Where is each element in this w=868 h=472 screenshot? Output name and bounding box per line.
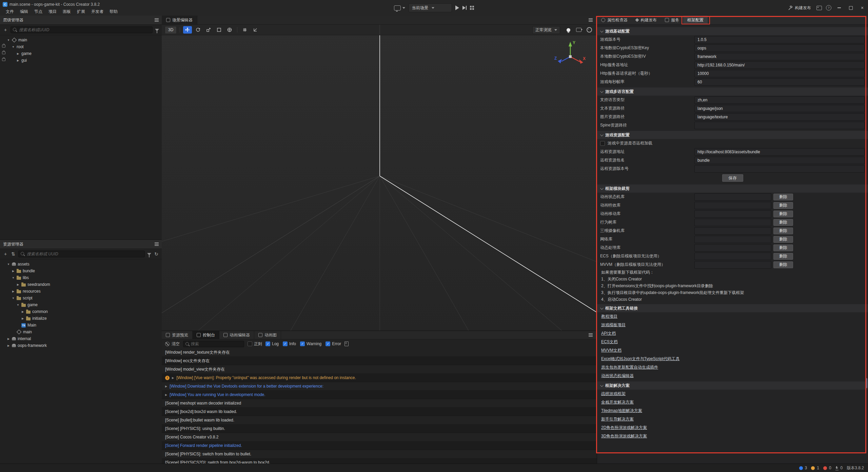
lock-icon[interactable] [2,52,5,54]
menu-item[interactable]: 文件 [3,8,17,15]
console-tab[interactable]: 控制台 [193,331,219,339]
maximize-button[interactable] [845,0,856,16]
delete-module-button[interactable]: 删除 [773,228,793,234]
menu-item[interactable]: 帮助 [106,8,121,15]
snap-position-button[interactable] [240,26,249,34]
expand-arrow-icon[interactable] [7,337,10,340]
module-input[interactable] [694,193,771,201]
solution-link[interactable]: 3D角色扮演游戏解决方案 [601,432,647,440]
delete-module-button[interactable]: 删除 [773,253,793,260]
console-message[interactable]: ! ▶ [Scene] [PHYSICS]: using builtin. [162,425,597,433]
module-input[interactable] [694,261,771,269]
tree-node[interactable]: assets [0,261,162,268]
property-input[interactable] [694,122,865,129]
property-input[interactable] [694,165,865,173]
expand-arrow-icon[interactable]: ▶ [165,393,167,396]
menu-item[interactable]: 面板 [60,8,74,15]
tree-node[interactable]: common [0,308,162,315]
doc-link[interactable]: MVVM文档 [601,346,622,355]
console-message[interactable]: ! ▶ [Window] render_texture文件夹存在 [162,348,597,357]
expand-arrow-icon[interactable] [12,45,15,48]
section-module-trim[interactable]: 框架模块裁剪 [597,184,868,193]
property-input[interactable] [694,61,865,69]
scale-tool-button[interactable] [204,26,213,34]
step-button[interactable] [462,6,467,10]
preview-image-button[interactable] [814,3,824,13]
console-message[interactable]: ! ▶ [Window] Download the Vue Devtools e… [162,382,597,391]
solution-link[interactable]: 2D角色扮演游戏解决方案 [601,424,647,432]
log-level-checkbox[interactable]: Info [283,341,296,346]
expand-arrow-icon[interactable] [12,297,15,300]
panel-menu-icon[interactable] [155,244,159,244]
add-node-button[interactable]: + [3,27,8,33]
panel-menu-icon[interactable] [589,335,593,335]
hierarchy-search-input[interactable] [11,26,153,33]
tree-node[interactable]: main [0,329,162,335]
inspector-tab[interactable]: 属性检查器 [597,16,632,24]
console-message[interactable]: ! ▶ [Scene] [box2d]:box2d wasm lib loade… [162,408,597,416]
scrollbar-thumb[interactable] [865,378,867,388]
delete-module-button[interactable]: 删除 [773,202,793,209]
layout-grid-icon[interactable] [470,6,474,10]
property-input[interactable] [694,105,865,112]
inspector-tab[interactable]: 构建发布 [632,16,661,24]
console-message[interactable]: ! ▶ [Scene] [PHYSICS2D]: switch from box… [162,458,597,464]
console-message[interactable]: ! ▶ [Window] model_view文件夹存在 [162,365,597,374]
expand-arrow-icon[interactable]: ▶ [172,376,174,379]
filter-icon[interactable] [155,29,159,31]
property-input[interactable] [694,113,865,121]
module-input[interactable] [694,219,771,226]
console-tab[interactable]: 动画图 [254,331,281,339]
help-button[interactable]: ? [824,3,833,13]
expand-arrow-icon[interactable] [16,283,20,286]
lock-icon[interactable] [2,45,5,47]
delete-module-button[interactable]: 删除 [773,236,793,243]
tree-node[interactable]: bundle [0,268,162,274]
tree-node[interactable]: root [0,43,162,50]
delete-module-button[interactable]: 删除 [773,211,793,217]
inspector-tab[interactable]: 框架配置 [683,16,708,24]
add-asset-button[interactable]: + [3,251,8,257]
solution-link[interactable]: Tiledmap地图解决方案 [601,407,642,415]
menu-item[interactable]: 项目 [45,8,60,15]
section-solutions[interactable]: 框架解决方案 [597,381,868,390]
tree-node[interactable]: libs [0,274,162,281]
section-i18n-config[interactable]: 游戏多语言配置 [597,87,868,96]
expand-arrow-icon[interactable] [21,310,24,313]
expand-arrow-icon[interactable] [7,344,10,347]
delete-module-button[interactable]: 删除 [773,194,793,200]
console-message[interactable]: ! ▶ [Window] You are running Vue in deve… [162,391,597,399]
launch-scene-select[interactable]: 当前场景 [409,3,452,12]
doc-link[interactable]: ECS文档 [601,338,618,346]
tree-node[interactable]: resources [0,288,162,295]
console-message[interactable]: ! ▶ [Scene] meshopt wasm decoder initial… [162,399,597,408]
console-message[interactable]: ! ▶ [Scene] [PHYSICS]: switch from built… [162,450,597,458]
expand-arrow-icon[interactable] [21,317,24,320]
solution-link[interactable]: 全栈开发解决方案 [601,398,634,407]
delete-module-button[interactable]: 删除 [773,261,793,268]
transform-space-button[interactable] [225,26,234,34]
delete-module-button[interactable]: 删除 [773,244,793,251]
property-input[interactable] [694,70,865,77]
expand-arrow-icon[interactable]: ▶ [165,385,167,388]
tree-node[interactable]: game [0,50,162,57]
clear-console-button[interactable]: 清空 [165,341,180,347]
info-count-icon[interactable] [799,466,803,470]
assets-search-input[interactable] [18,251,145,257]
tree-node[interactable]: internal [0,335,162,342]
console-search-input[interactable] [183,341,244,347]
menu-item[interactable]: 扩展 [74,8,88,15]
module-input[interactable] [694,210,771,218]
tree-node[interactable]: main [0,37,162,43]
property-input[interactable] [694,36,865,43]
expand-arrow-icon[interactable] [16,59,20,62]
console-message[interactable]: ! ▶ [Scene] Forward render pipeline init… [162,441,597,450]
axis-gizmo[interactable]: Y X Z [554,39,587,72]
module-input[interactable] [694,253,771,260]
expand-arrow-icon[interactable] [12,290,15,293]
expand-arrow-icon[interactable] [7,39,10,42]
module-input[interactable] [694,236,771,243]
inspector-tab[interactable]: 服务 [661,16,683,24]
panel-menu-icon[interactable] [589,20,593,20]
scene-settings-button[interactable] [585,26,594,34]
